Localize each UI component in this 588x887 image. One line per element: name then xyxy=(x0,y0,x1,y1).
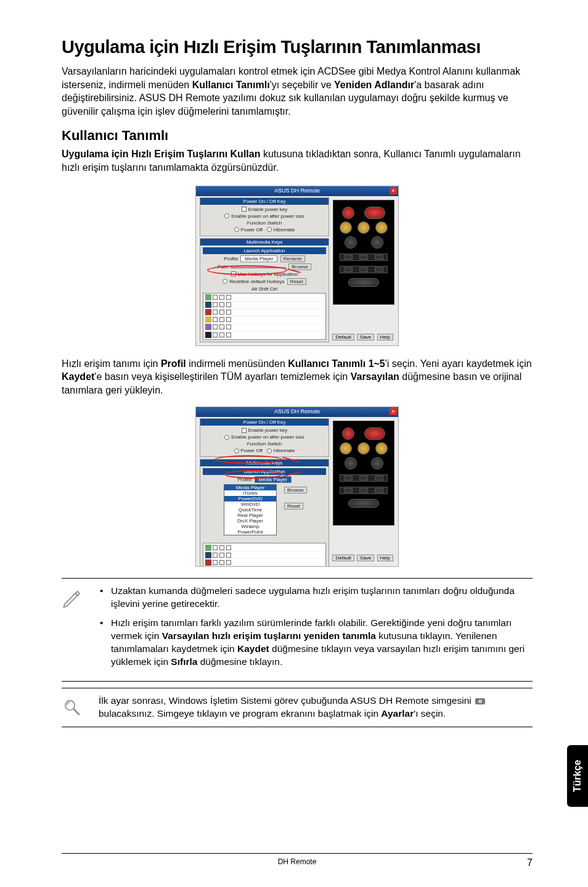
language-label: Türkçe xyxy=(572,760,583,792)
radio[interactable] xyxy=(267,227,272,232)
list-item[interactable] xyxy=(204,544,325,551)
dropdown-item[interactable]: Media Player xyxy=(224,485,276,490)
default-button[interactable]: Default xyxy=(332,334,354,340)
radio[interactable] xyxy=(223,279,227,284)
color-icon xyxy=(205,559,211,566)
path-label: Path: xyxy=(218,264,229,270)
default-button[interactable]: Default xyxy=(332,555,354,561)
save-button[interactable]: Save xyxy=(357,555,374,561)
label: Enable power on after power loss xyxy=(231,213,304,219)
bold-text: Yeniden Adlandır xyxy=(334,80,414,90)
bold-text: Kullanıcı Tanımlı 1~5 xyxy=(288,358,385,369)
close-icon[interactable]: × xyxy=(390,408,397,415)
bold-text: Kaydet xyxy=(62,371,94,382)
dialog-buttons: Default Save Help xyxy=(331,555,393,561)
remote-button-icon xyxy=(345,236,357,249)
hotkey-list xyxy=(203,293,326,340)
dropdown-item[interactable]: DivX Player xyxy=(224,518,276,524)
page-title: Uygulama için Hızlı Erişim Tuşlarının Ta… xyxy=(62,37,533,57)
dropdown-item[interactable]: PowerDVD xyxy=(224,496,276,501)
note-bullet-2: Hızlı erişim tanımları farklı yazılım sü… xyxy=(99,617,533,669)
reset-button[interactable]: Reset xyxy=(284,503,303,510)
note-block-2: İlk ayar sonrası, Windows İşletim Sistem… xyxy=(62,688,533,727)
remote-button-icon xyxy=(371,457,383,469)
list-item[interactable] xyxy=(204,316,325,324)
screenshot-1: ASUS DH Remote × Power On / Off Key Enab… xyxy=(195,186,399,346)
profile-select[interactable]: Media Player xyxy=(240,255,277,262)
multimedia-section-header: Multimedia Keys xyxy=(200,460,329,466)
checkbox[interactable] xyxy=(231,271,236,276)
remote-button-icon xyxy=(371,236,383,249)
label: Power Off xyxy=(241,227,263,233)
rename-button[interactable]: Rename xyxy=(280,255,305,262)
text: İlk ayar sonrası, Windows İşletim Sistem… xyxy=(99,695,474,706)
remote-preview xyxy=(333,200,394,305)
text: 'i seçin. Yeni ayarı kaydetmek için xyxy=(385,358,532,369)
path-input[interactable] xyxy=(231,267,286,268)
color-icon xyxy=(205,332,211,338)
save-button[interactable]: Save xyxy=(357,334,374,340)
label: Power Off xyxy=(241,448,263,453)
radio[interactable] xyxy=(234,227,239,232)
remote-power-icon xyxy=(342,207,354,219)
profile-select[interactable]: Media Player xyxy=(255,476,292,483)
remote-button-icon xyxy=(340,442,352,455)
page-number: 7 xyxy=(514,857,533,868)
text: bulacaksınız. Simgeye tıklayın ve progra… xyxy=(99,708,381,719)
multimedia-section-header: Multimedia Keys xyxy=(200,239,329,245)
text: 'yı seçebilir ve xyxy=(270,80,334,90)
dropdown-item[interactable]: Real Player xyxy=(224,513,276,518)
footer-title: DH Remote xyxy=(80,857,514,868)
browse-button[interactable]: Browse xyxy=(288,263,311,270)
checkbox[interactable] xyxy=(242,207,247,212)
dropdown-item[interactable]: Winamp xyxy=(224,524,276,529)
note-bullet-1: Uzaktan kumanda düğmeleri sadece uygulam… xyxy=(99,585,533,611)
dropdown-item[interactable]: PowerPoint xyxy=(224,529,276,535)
color-icon xyxy=(205,309,211,315)
remote-bar xyxy=(340,254,388,261)
screenshot-1-container: ASUS DH Remote × Power On / Off Key Enab… xyxy=(62,186,533,346)
profile-label: Profile: xyxy=(237,477,253,482)
remote-button-icon xyxy=(345,457,357,469)
section-title: Kullanıcı Tanımlı xyxy=(62,128,533,144)
color-icon xyxy=(205,316,211,323)
profile-dropdown-list[interactable]: Media Player iTunes PowerDVD WinDVD Quic… xyxy=(224,484,277,535)
bold-text: Profil xyxy=(161,358,186,369)
radio[interactable] xyxy=(224,213,229,218)
section-intro: Uygulama için Hızlı Erişim Tuşlarını Kul… xyxy=(62,147,533,174)
window-titlebar: ASUS DH Remote × xyxy=(196,407,398,417)
label: Enable power key xyxy=(248,207,288,212)
power-section: Power On / Off Key Enable power key Enab… xyxy=(200,418,329,457)
list-item[interactable] xyxy=(204,294,325,302)
dropdown-item[interactable]: iTunes xyxy=(224,490,276,496)
list-item[interactable] xyxy=(204,559,325,566)
language-tab: Türkçe xyxy=(567,745,588,807)
list-item[interactable] xyxy=(204,551,325,559)
radio[interactable] xyxy=(267,448,272,453)
list-item[interactable] xyxy=(204,324,325,331)
radio[interactable] xyxy=(234,448,239,453)
power-section-header: Power On / Off Key xyxy=(200,198,329,205)
list-item[interactable] xyxy=(204,309,325,316)
label: Function Switch xyxy=(247,220,282,226)
help-button[interactable]: Help xyxy=(377,334,393,340)
list-item[interactable] xyxy=(204,331,325,339)
list-item[interactable] xyxy=(204,566,325,567)
checkbox[interactable] xyxy=(242,428,247,433)
close-icon[interactable]: × xyxy=(390,187,397,194)
label: Hibernate xyxy=(274,448,295,453)
radio[interactable] xyxy=(224,435,229,440)
help-button[interactable]: Help xyxy=(377,555,393,561)
text: indirmeli menüsünden xyxy=(186,358,288,369)
reset-button[interactable]: Reset xyxy=(287,278,306,285)
remote-brand-icon xyxy=(364,427,385,440)
list-item[interactable] xyxy=(204,302,325,309)
text: 'ı seçin. xyxy=(414,708,446,719)
pencil-icon xyxy=(62,585,99,675)
color-icon xyxy=(205,552,211,558)
browse-button[interactable]: Browse xyxy=(284,487,307,493)
dropdown-item[interactable]: QuickTime xyxy=(224,507,276,513)
modifier-labels: Alt Shift Ctrl xyxy=(203,286,326,292)
remote-button-icon xyxy=(340,221,352,234)
dropdown-item[interactable]: WinDVD xyxy=(224,501,276,507)
